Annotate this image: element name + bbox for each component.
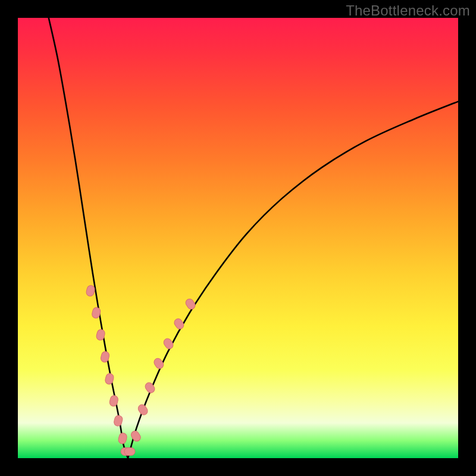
marker-pill [86, 284, 96, 297]
marker-pill [162, 337, 175, 350]
marker-pill [152, 357, 165, 370]
curve-layer [49, 18, 458, 458]
plot-area [18, 18, 458, 458]
curve-left-branch [49, 18, 128, 458]
marker-pill [124, 447, 135, 455]
marker-layer [86, 284, 197, 455]
marker-pill [137, 403, 149, 416]
marker-pill [130, 430, 142, 443]
chart-frame: TheBottleneck.com [0, 0, 476, 476]
watermark-text: TheBottleneck.com [346, 2, 470, 19]
marker-pill [113, 415, 123, 427]
marker-pill [173, 317, 185, 330]
marker-pill [118, 432, 128, 444]
curve-right-branch [128, 102, 458, 458]
marker-pill [184, 298, 197, 311]
chart-svg [18, 18, 458, 458]
marker-pill [104, 372, 114, 385]
marker-pill [109, 394, 119, 407]
